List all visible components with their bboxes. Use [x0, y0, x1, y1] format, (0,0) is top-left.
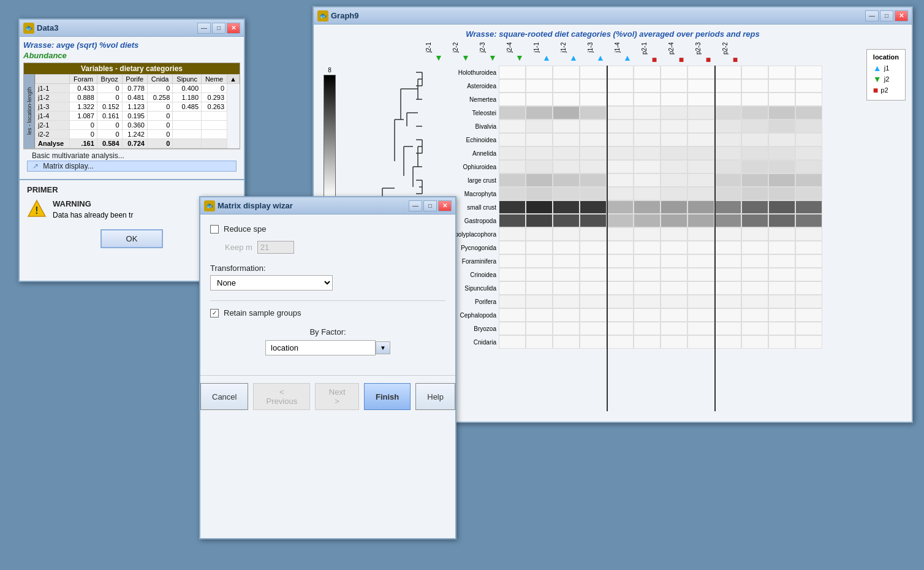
hm-cell-13-10	[768, 241, 795, 254]
hm-cell-5-6	[661, 133, 687, 146]
hm-cell-7-7	[687, 160, 714, 173]
col-label-j1-2: j1-2	[560, 42, 567, 53]
hm-cell-1-11	[795, 79, 822, 93]
transformation-select[interactable]: None	[210, 275, 333, 291]
data3-icon: 🐟	[23, 23, 34, 34]
retain-checkbox[interactable]	[210, 309, 219, 317]
hm-cell-17-0	[499, 295, 526, 308]
legend-item-j2: ▼ j2	[873, 74, 899, 84]
wizard-close-btn[interactable]: ✕	[438, 200, 452, 211]
hm-cell-16-9	[741, 281, 768, 295]
help-button[interactable]: Help	[415, 383, 455, 410]
hm-cell-3-1	[526, 106, 553, 120]
hm-cell-12-2	[553, 227, 580, 241]
data3-close-btn[interactable]: ✕	[227, 23, 240, 34]
col-header-j2-1: j2-1▼	[425, 42, 452, 64]
data3-content: Wrasse: avge (sqrt) %vol diets Abundance…	[20, 37, 244, 177]
hm-cell-0-11	[795, 66, 822, 79]
hm-cell-2-8	[714, 93, 741, 106]
hm-cell-15-2	[553, 268, 580, 281]
hm-cell-3-2	[553, 106, 580, 120]
next-button[interactable]: Next >	[315, 383, 359, 410]
transformation-section: Transformation: None	[210, 264, 445, 291]
data-table-container: Variables - dietary categories les - loc…	[23, 63, 240, 149]
hm-cell-15-6	[661, 268, 687, 281]
graph9-maximize-btn[interactable]: □	[880, 10, 893, 21]
retain-row: Retain sample groups	[210, 308, 445, 317]
wizard-maximize-btn[interactable]: □	[423, 200, 437, 211]
graph9-minimize-btn[interactable]: —	[865, 10, 879, 21]
hm-cell-9-6	[661, 187, 687, 200]
hm-cell-20-4	[607, 335, 634, 349]
hm-cell-6-6	[661, 146, 687, 160]
factor-dropdown-arrow[interactable]: ▼	[376, 341, 390, 354]
hm-cell-19-9	[741, 322, 768, 335]
hm-cell-0-8	[714, 66, 741, 79]
heatmap-grid: HolothuroideaAsteroideaNemerteaTeleostei…	[425, 66, 907, 411]
reduce-species-checkbox[interactable]	[210, 225, 219, 234]
hm-cell-9-8	[714, 187, 741, 200]
col-label-j1-4: j1-4	[614, 42, 621, 53]
heatmap-row-14: Foraminifera	[425, 254, 907, 268]
hm-cell-6-8	[714, 146, 741, 160]
hm-cell-14-9	[741, 254, 768, 268]
hm-cell-0-7	[687, 66, 714, 79]
hm-cell-8-3	[580, 173, 607, 187]
hm-cell-9-4	[607, 187, 634, 200]
hm-cell-12-10	[768, 227, 795, 241]
factor-input[interactable]	[265, 340, 376, 355]
hm-cell-5-3	[580, 133, 607, 146]
col-label-j1-1: j1-1	[533, 42, 540, 53]
wizard-controls: — □ ✕	[409, 200, 452, 211]
heatmap-row-10: small crust	[425, 200, 907, 214]
basic-multivariate-menu[interactable]: Basic multivariate analysis...	[27, 151, 237, 161]
hm-cell-5-11	[795, 133, 822, 146]
hm-cell-18-9	[741, 308, 768, 322]
finish-button[interactable]: Finish	[364, 383, 411, 410]
wizard-minimize-btn[interactable]: —	[409, 200, 422, 211]
hm-cell-18-0	[499, 308, 526, 322]
ok-button[interactable]: OK	[100, 229, 164, 248]
hm-cell-7-10	[768, 160, 795, 173]
hm-cell-10-6	[661, 200, 687, 214]
matrix-display-menu[interactable]: ↗ Matrix display...	[27, 161, 237, 172]
data3-controls: — □ ✕	[197, 23, 240, 34]
hm-cell-16-2	[553, 281, 580, 295]
hm-cell-19-6	[661, 322, 687, 335]
col-header-6: Neme	[202, 74, 227, 83]
hm-cell-2-0	[499, 93, 526, 106]
hm-cell-12-3	[580, 227, 607, 241]
menu-bar: Basic multivariate analysis... ↗ Matrix …	[23, 149, 240, 173]
hm-cell-2-9	[741, 93, 768, 106]
keep-max-input[interactable]	[257, 241, 294, 254]
hm-cell-11-6	[661, 214, 687, 227]
data3-maximize-btn[interactable]: □	[212, 23, 225, 34]
hm-cell-12-0	[499, 227, 526, 241]
col-symbol-p2-2: ■	[722, 55, 749, 64]
hm-cell-16-6	[661, 281, 687, 295]
hm-cell-3-9	[741, 106, 768, 120]
previous-button[interactable]: < Previous	[253, 383, 310, 410]
hm-cell-20-0	[499, 335, 526, 349]
factor-label: By Factor:	[210, 327, 445, 336]
heatmap-row-12: polyplacophora	[425, 227, 907, 241]
hm-cell-5-7	[687, 133, 714, 146]
hm-cell-18-6	[661, 308, 687, 322]
hm-cell-18-2	[553, 308, 580, 322]
hm-cell-19-10	[768, 322, 795, 335]
graph9-subtitle: Wrasse: square-rooted diet categories (%…	[319, 29, 907, 39]
cancel-button[interactable]: Cancel	[200, 383, 248, 410]
legend-label-j2: j2	[884, 75, 890, 83]
table-row: j1-31.3220.1521.12300.4850.263	[36, 102, 240, 111]
data3-minimize-btn[interactable]: —	[197, 23, 211, 34]
hm-cell-4-1	[526, 120, 553, 133]
graph9-close-btn[interactable]: ✕	[895, 10, 908, 21]
hm-cell-9-5	[634, 187, 661, 200]
hm-cell-1-4	[607, 79, 634, 93]
hm-cell-10-4	[607, 200, 634, 214]
divider	[210, 300, 445, 301]
col-header-p2-1: p2-1■	[641, 42, 668, 64]
hm-cell-16-4	[607, 281, 634, 295]
col-symbol-j1-3: ▲	[587, 53, 614, 63]
hm-cell-14-0	[499, 254, 526, 268]
